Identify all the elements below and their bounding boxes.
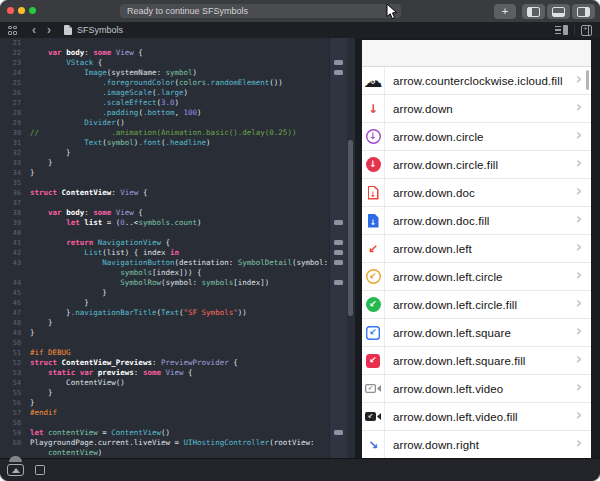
- code-text: VStack {: [21, 58, 102, 68]
- code-line[interactable]: 24 Image(systemName: symbol): [0, 68, 355, 78]
- code-line[interactable]: 27 .scaleEffect(3.0): [0, 98, 355, 108]
- code-text: PlaygroundPage.current.liveView = UIHost…: [21, 438, 314, 448]
- line-number: 54: [0, 378, 21, 388]
- add-button[interactable]: +: [494, 4, 516, 19]
- code-line[interactable]: 28 .padding(.bottom, 100): [0, 108, 355, 118]
- code-text: [21, 198, 30, 208]
- playground-result-button[interactable]: [334, 70, 343, 75]
- code-editor[interactable]: 2122 var body: some View {23 VStack {24 …: [0, 38, 355, 458]
- arrow.down.right-icon: ↘: [362, 439, 384, 451]
- code-line[interactable]: 23 VStack {: [0, 58, 355, 68]
- code-line[interactable]: 57#endif: [0, 408, 355, 418]
- forward-button[interactable]: ›: [47, 24, 51, 37]
- playground-result-button[interactable]: [334, 250, 343, 255]
- symbol-row[interactable]: ↘arrow.down.right›: [362, 431, 591, 458]
- code-line[interactable]: 58: [0, 418, 355, 428]
- code-line[interactable]: 60PlaygroundPage.current.liveView = UIHo…: [0, 438, 355, 448]
- debug-area-drag-handle[interactable]: [9, 456, 22, 462]
- breadcrumb-file-name[interactable]: SFSymbols: [77, 25, 123, 35]
- code-text: .padding(.bottom, 100): [21, 108, 202, 118]
- symbol-row[interactable]: ↙arrow.down.left.video.fill›: [362, 403, 591, 431]
- editor-scrollbar-thumb[interactable]: [348, 140, 353, 316]
- code-line[interactable]: 34}: [0, 168, 355, 178]
- symbol-row[interactable]: ↓arrow.down.doc.fill›: [362, 207, 591, 235]
- left-panel-icon: [527, 7, 540, 17]
- code-line[interactable]: 39 let list = (0..<symbols.count): [0, 218, 355, 228]
- divider: [574, 25, 575, 35]
- code-line[interactable]: 52struct ContentView_Previews: PreviewPr…: [0, 358, 355, 368]
- code-line[interactable]: 51#if DEBUG: [0, 348, 355, 358]
- code-line[interactable]: 26 .imageScale(.large): [0, 88, 355, 98]
- code-line[interactable]: 31 Text(symbol).font(.headline): [0, 138, 355, 148]
- toggle-bottom-panel-button[interactable]: [547, 4, 570, 19]
- render-markup-icon[interactable]: [555, 25, 568, 35]
- code-text: [21, 338, 30, 348]
- back-button[interactable]: ‹: [32, 24, 36, 37]
- symbol-row[interactable]: ↓arrow.down.circle.fill›: [362, 151, 591, 179]
- code-line[interactable]: 37: [0, 198, 355, 208]
- code-line[interactable]: 42 List(list) { index in: [0, 248, 355, 258]
- symbol-row[interactable]: ↓arrow.down.doc›: [362, 179, 591, 207]
- line-number: 21: [0, 38, 21, 48]
- code-line[interactable]: 53 static var previews: some View {: [0, 368, 355, 378]
- code-text: let contentView = ContentView(): [21, 428, 170, 438]
- zoom-button[interactable]: [29, 7, 36, 14]
- code-line[interactable]: 35: [0, 178, 355, 188]
- right-panel-icon: [577, 7, 590, 17]
- symbol-row[interactable]: ↓arrow.down.circle›: [362, 123, 591, 151]
- symbol-row[interactable]: ↓arrow.down›: [362, 95, 591, 123]
- code-line[interactable]: 21: [0, 38, 355, 48]
- code-line[interactable]: 55 }: [0, 388, 355, 398]
- code-line[interactable]: 29 Divider(): [0, 118, 355, 128]
- code-line[interactable]: 50: [0, 338, 355, 348]
- playground-result-button[interactable]: [334, 430, 343, 435]
- code-area: 2122 var body: some View {23 VStack {24 …: [0, 38, 355, 458]
- playground-result-button[interactable]: [334, 220, 343, 225]
- toggle-right-panel-button[interactable]: [572, 4, 595, 19]
- symbol-row[interactable]: ↙arrow.down.left›: [362, 235, 591, 263]
- code-line[interactable]: 59let contentView = ContentView(): [0, 428, 355, 438]
- minimize-button[interactable]: [18, 7, 25, 14]
- code-line[interactable]: 44 SymbolRow(symbol: symbols[index]): [0, 278, 355, 288]
- toggle-debug-area-button[interactable]: [7, 464, 24, 476]
- playground-result-button[interactable]: [334, 260, 343, 265]
- playground-result-button[interactable]: [334, 60, 343, 65]
- code-line[interactable]: 41 return NavigationView {: [0, 238, 355, 248]
- symbol-label: arrow.down.left: [385, 243, 576, 255]
- code-line[interactable]: 47 }.navigationBarTitle(Text("SF Symbols…: [0, 308, 355, 318]
- toggle-left-panel-button[interactable]: [522, 4, 545, 19]
- line-number: 34: [0, 168, 21, 178]
- symbol-row[interactable]: ☁↺arrow.counterclockwise.icloud.fill›: [362, 67, 591, 95]
- symbol-row[interactable]: ↙arrow.down.left.circle.fill›: [362, 291, 591, 319]
- symbol-row[interactable]: ↙arrow.down.left.square.fill›: [362, 347, 591, 375]
- symbol-row[interactable]: ↙arrow.down.left.square›: [362, 319, 591, 347]
- code-line[interactable]: 38 var body: some View {: [0, 208, 355, 218]
- arrow.down.left.square.fill-icon: ↙: [362, 354, 384, 368]
- code-line[interactable]: 30// .animation(Animation.basic().delay(…: [0, 128, 355, 138]
- code-line[interactable]: 40: [0, 228, 355, 238]
- code-line[interactable]: 46 }: [0, 298, 355, 308]
- code-line[interactable]: 45 }: [0, 288, 355, 298]
- stop-button[interactable]: [35, 465, 45, 475]
- symbol-row[interactable]: ↙arrow.down.left.circle›: [362, 263, 591, 291]
- add-editor-icon[interactable]: [581, 25, 592, 36]
- code-line[interactable]: 22 var body: some View {: [0, 48, 355, 58]
- playground-result-button[interactable]: [334, 240, 343, 245]
- code-line[interactable]: 25 .foregroundColor(colors.randomElement…: [0, 78, 355, 88]
- code-line[interactable]: symbols[index])) {: [0, 268, 355, 278]
- code-line[interactable]: 56}: [0, 398, 355, 408]
- debug-bar: [0, 458, 600, 481]
- code-line[interactable]: 48 }: [0, 318, 355, 328]
- code-line[interactable]: 43 NavigationButton(destination: SymbolD…: [0, 258, 355, 268]
- code-line[interactable]: contentView): [0, 448, 355, 458]
- code-line[interactable]: 36struct ContentView: View {: [0, 188, 355, 198]
- related-items-grid-icon[interactable]: [8, 26, 17, 35]
- code-line[interactable]: 54 ContentView(): [0, 378, 355, 388]
- code-line[interactable]: 49}: [0, 328, 355, 338]
- playground-result-button[interactable]: [334, 280, 343, 285]
- code-line[interactable]: 32 }: [0, 148, 355, 158]
- code-line[interactable]: 33 }: [0, 158, 355, 168]
- code-text: #if DEBUG: [21, 348, 71, 358]
- close-button[interactable]: [7, 7, 14, 14]
- symbol-row[interactable]: ↙arrow.down.left.video›: [362, 375, 591, 403]
